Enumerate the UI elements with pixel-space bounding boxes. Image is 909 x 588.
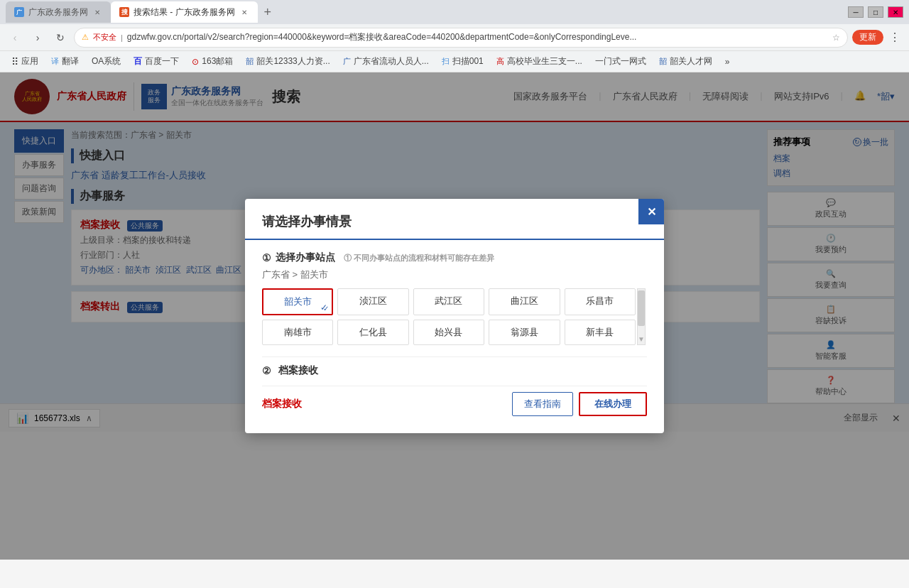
scroll-down-arrow: ▼ (638, 335, 645, 343)
bookmark-liudong[interactable]: 广 广东省流动人员人... (337, 54, 435, 69)
update-button[interactable]: 更新 (852, 30, 883, 45)
nav-extra: 更新 ⋮ (852, 29, 903, 45)
bookmark-yimenshi[interactable]: 一门式一网式 (589, 54, 652, 69)
bookmark-star-icon[interactable]: ☆ (832, 33, 840, 43)
bookmark-more-label: » (725, 57, 730, 67)
bookmark-scan-label: 扫描001 (452, 55, 484, 67)
tab2-close[interactable]: ✕ (239, 7, 249, 17)
bookmark-oa-label: OA系统 (92, 55, 121, 67)
tab-2[interactable]: 搜 搜索结果 - 广东政务服务网 ✕ (111, 1, 258, 23)
modal-dialog: ✕ 请选择办事情景 ① 选择办事站点 ① 不同办 (245, 199, 664, 433)
forward-button[interactable]: › (28, 28, 47, 47)
city-btn-xinfeng[interactable]: 新丰县 (565, 320, 636, 345)
city-btn-nanxiong[interactable]: 南雄市 (262, 320, 333, 345)
page-content: 广东省人民政府 广东省人民政府 政务服务 广东政务服务网 全国一体化在线政务服务… (0, 72, 909, 588)
modal-body: ① 选择办事站点 ① 不同办事站点的流程和材料可能存在差异 广东省 > 韶关市 (245, 240, 664, 433)
service-row: 档案接收 查看指南 在线办理 (262, 386, 647, 422)
step2-section: ② 档案接收 档案接收 查看指南 在线办理 (262, 364, 647, 422)
tab1-label: 广东政务服务网 (28, 6, 88, 18)
city-btn-qujiang[interactable]: 曲江区 (489, 288, 560, 315)
close-button[interactable]: ✕ (888, 6, 903, 18)
maximize-button[interactable]: □ (868, 6, 883, 18)
new-tab-button[interactable]: + (258, 1, 278, 23)
bookmark-talent[interactable]: 韶 韶关人才网 (653, 54, 718, 69)
bookmark-translate[interactable]: 译 翻译 (45, 54, 85, 69)
bookmark-more[interactable]: » (719, 55, 736, 68)
city-btn-wengyuan[interactable]: 翁源县 (489, 320, 560, 345)
bookmark-scan[interactable]: 扫 扫描001 (436, 54, 489, 69)
back-button[interactable]: ‹ (6, 28, 24, 47)
step2-label: 档案接收 (278, 364, 318, 377)
tab2-label: 搜索结果 - 广东政务服务网 (134, 6, 235, 18)
city-btn-wujiang[interactable]: 武江区 (413, 288, 484, 315)
minimize-button[interactable]: ─ (848, 6, 864, 18)
modal-close-button[interactable]: ✕ (638, 199, 664, 224)
bookmark-baidu[interactable]: 百 百度一下 (128, 54, 185, 69)
city-btn-renhua[interactable]: 仁化县 (337, 320, 408, 345)
window-controls: ─ □ ✕ (848, 6, 903, 18)
bookmark-liudong-label: 广东省流动人员人... (354, 55, 429, 67)
address-bar[interactable]: ⚠ 不安全 | gdzwfw.gov.cn/portal/v2/search?r… (74, 28, 848, 48)
location-path-text: 广东省 > 韶关市 (262, 269, 328, 280)
step2-title: ② 档案接收 (262, 364, 647, 377)
step2-num: ② (262, 365, 271, 376)
scrollbar-thumb (638, 290, 645, 326)
modal-divider (262, 356, 647, 357)
bookmark-yimenshi-label: 一门式一网式 (595, 55, 646, 67)
city-btn-lechang[interactable]: 乐昌市 (565, 288, 636, 315)
bookmark-oa[interactable]: OA系统 (86, 54, 126, 69)
bookmark-shaoguan12333[interactable]: 韶 韶关12333人力资... (240, 54, 335, 69)
step1-num: ① (262, 252, 271, 263)
refresh-button[interactable]: ↻ (51, 28, 70, 47)
bookmark-talent-label: 韶关人才网 (670, 55, 712, 67)
service-row-name[interactable]: 档案接收 (262, 398, 302, 410)
nav-bar: ‹ › ↻ ⚠ 不安全 | gdzwfw.gov.cn/portal/v2/se… (0, 24, 909, 51)
tab2-favicon: 搜 (119, 7, 129, 17)
bookmark-graduates[interactable]: 高 高校毕业生三支一... (491, 54, 588, 69)
security-icon: ⚠ (82, 33, 89, 42)
location-path: 广东省 > 韶关市 (262, 268, 647, 281)
city-btn-zhenjiang[interactable]: 浈江区 (337, 288, 408, 315)
bookmark-graduates-label: 高校毕业生三支一... (507, 55, 582, 67)
guide-button[interactable]: 查看指南 (512, 392, 573, 416)
modal-close-icon: ✕ (647, 205, 656, 219)
step1-section: ① 选择办事站点 ① 不同办事站点的流程和材料可能存在差异 广东省 > 韶关市 (262, 251, 647, 345)
bookmark-163[interactable]: ⊙ 163邮箱 (186, 54, 239, 69)
city-grid-scrollbar[interactable]: ▼ (637, 288, 646, 345)
city-grid: 韶关市 ✓ 浈江区 武江区 曲江区 乐昌市 南雄市 仁化县 始兴县 翁源县 (262, 288, 636, 345)
tab1-close[interactable]: ✕ (92, 7, 102, 17)
bookmark-translate-label: 翻译 (62, 55, 79, 67)
security-label: 不安全 (93, 32, 116, 43)
bookmark-baidu-label: 百度一下 (145, 55, 179, 67)
bookmark-163-label: 163邮箱 (202, 55, 233, 67)
city-btn-shixing[interactable]: 始兴县 (413, 320, 484, 345)
bookmark-apps[interactable]: ⠿ 应用 (6, 54, 44, 69)
city-btn-shaoguan[interactable]: 韶关市 ✓ (262, 288, 333, 315)
bookmarks-bar: ⠿ 应用 译 翻译 OA系统 百 百度一下 ⊙ 163邮箱 韶 韶关12333人… (0, 51, 909, 72)
url-separator: | (121, 33, 123, 42)
title-bar: 广 广东政务服务网 ✕ 搜 搜索结果 - 广东政务服务网 ✕ + ─ □ ✕ (0, 0, 909, 24)
modal-header: 请选择办事情景 (245, 199, 664, 240)
url-text: gdzwfw.gov.cn/portal/v2/search?region=44… (127, 31, 637, 43)
tab-1[interactable]: 广 广东政务服务网 ✕ (6, 1, 111, 23)
step1-hint: ① 不同办事站点的流程和材料可能存在差异 (344, 253, 494, 263)
city-grid-wrapper: 韶关市 ✓ 浈江区 武江区 曲江区 乐昌市 南雄市 仁化县 始兴县 翁源县 (262, 288, 636, 345)
modal-overlay[interactable]: ✕ 请选择办事情景 ① 选择办事站点 ① 不同办 (0, 72, 909, 560)
bookmark-apps-label: 应用 (21, 55, 38, 67)
tab1-favicon: 广 (14, 7, 24, 17)
browser-frame: 广 广东政务服务网 ✕ 搜 搜索结果 - 广东政务服务网 ✕ + ─ □ ✕ ‹… (0, 0, 909, 588)
modal-title: 请选择办事情景 (262, 213, 647, 230)
browser-menu-button[interactable]: ⋮ (886, 29, 903, 45)
online-button[interactable]: 在线办理 (579, 392, 647, 416)
bookmark-shaoguan12333-label: 韶关12333人力资... (256, 55, 330, 67)
step1-title: ① 选择办事站点 ① 不同办事站点的流程和材料可能存在差异 (262, 251, 647, 264)
service-row-actions: 查看指南 在线办理 (512, 392, 647, 416)
